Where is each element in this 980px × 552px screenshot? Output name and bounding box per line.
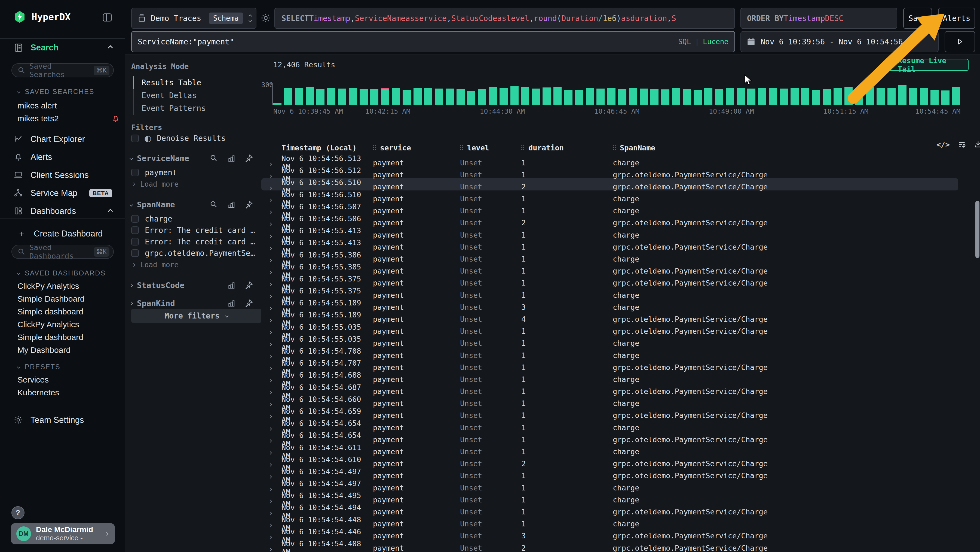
- expand-row-icon[interactable]: [269, 483, 282, 492]
- saved-dashboard-item[interactable]: ClickPy Analytics: [18, 318, 85, 331]
- saved-dashboards-header[interactable]: SAVED DASHBOARDS: [18, 269, 106, 277]
- alerts-button[interactable]: Alerts: [938, 8, 975, 29]
- chart-icon[interactable]: [227, 299, 236, 308]
- search-icon[interactable]: [210, 154, 218, 163]
- saved-searches-header[interactable]: SAVED SEARCHES: [18, 88, 94, 96]
- wrap-lines-icon[interactable]: [958, 140, 966, 149]
- language-toggle-lucene[interactable]: Lucene: [703, 38, 729, 46]
- chart-icon[interactable]: [227, 154, 236, 163]
- table-row[interactable]: Nov 6 10:54:56.510 AMpaymentUnset2grpc.o…: [261, 178, 958, 190]
- table-row[interactable]: Nov 6 10:54:56.513 AMpaymentUnset1charge: [261, 154, 958, 166]
- save-button[interactable]: Save: [903, 8, 932, 29]
- expand-row-icon[interactable]: [269, 399, 282, 408]
- table-row[interactable]: Nov 6 10:54:54.446 AMpaymentUnset3grpc.o…: [261, 528, 958, 539]
- table-row[interactable]: Nov 6 10:54:54.495 AMpaymentUnset1charge: [261, 491, 958, 503]
- results-histogram[interactable]: [273, 85, 960, 105]
- analysis-mode-event-patterns[interactable]: Event Patterns: [142, 102, 206, 115]
- load-more-button[interactable]: Load more: [125, 259, 261, 271]
- more-filters-button[interactable]: More filters: [131, 309, 261, 323]
- table-row[interactable]: Nov 6 10:54:54.688 AMpaymentUnset1charge: [261, 371, 958, 383]
- sidebar-item-dashboards[interactable]: Dashboards: [0, 204, 125, 219]
- scrollbar-thumb[interactable]: [975, 201, 980, 258]
- pin-icon[interactable]: [245, 299, 253, 308]
- sidebar-item-client-sessions[interactable]: Client Sessions: [0, 168, 125, 182]
- saved-dashboard-item[interactable]: My Dashboard: [18, 343, 85, 356]
- pin-icon[interactable]: [245, 200, 253, 209]
- saved-searches-input[interactable]: Saved Searches ⌘K: [11, 63, 114, 77]
- filter-group-header-servicename[interactable]: ServiceName: [125, 150, 261, 167]
- table-row[interactable]: Nov 6 10:54:54.497 AMpaymentUnset1charge: [261, 479, 958, 491]
- table-row[interactable]: Nov 6 10:54:54.660 AMpaymentUnset1charge: [261, 395, 958, 407]
- expand-row-icon[interactable]: [269, 231, 282, 239]
- column-grip-icon[interactable]: [373, 145, 376, 150]
- column-grip-icon[interactable]: [613, 145, 616, 150]
- table-row[interactable]: Nov 6 10:54:54.610 AMpaymentUnset2grpc.o…: [261, 455, 958, 467]
- run-query-button[interactable]: [945, 31, 975, 52]
- filter-option[interactable]: payment: [125, 167, 261, 178]
- filter-option[interactable]: Error: The credit card …: [125, 225, 261, 236]
- expand-row-icon[interactable]: [269, 243, 282, 251]
- saved-search-item[interactable]: mikes tets2: [18, 112, 125, 125]
- chart-icon[interactable]: [227, 200, 236, 209]
- chevron-up-icon[interactable]: [108, 45, 113, 50]
- table-row[interactable]: Nov 6 10:54:55.413 AMpaymentUnset1charge: [261, 227, 958, 238]
- expand-row-icon[interactable]: [269, 339, 282, 348]
- sidebar-item-chart-explorer[interactable]: Chart Explorer: [0, 132, 125, 146]
- chart-icon[interactable]: [227, 281, 236, 290]
- chevron-up-icon[interactable]: [108, 209, 113, 214]
- expand-row-icon[interactable]: [269, 303, 282, 311]
- table-row[interactable]: Nov 6 10:54:55.189 AMpaymentUnset4grpc.o…: [261, 311, 958, 322]
- table-row[interactable]: Nov 6 10:54:54.408 AMpaymentUnset2grpc.o…: [261, 539, 958, 552]
- expand-row-icon[interactable]: [269, 363, 282, 372]
- saved-dashboards-input[interactable]: Saved Dashboards ⌘K: [11, 245, 114, 259]
- filter-checkbox[interactable]: [131, 238, 139, 246]
- source-settings-gear-icon[interactable]: [260, 13, 271, 24]
- expand-row-icon[interactable]: [269, 436, 282, 444]
- table-row[interactable]: Nov 6 10:54:55.386 AMpaymentUnset1charge: [261, 250, 958, 263]
- expand-row-icon[interactable]: [269, 291, 282, 300]
- table-row[interactable]: Nov 6 10:54:56.506 AMpaymentUnset2grpc.o…: [261, 214, 958, 227]
- column-header-service[interactable]: service: [373, 144, 460, 152]
- preset-item[interactable]: Kubernetes: [18, 386, 59, 399]
- expand-row-icon[interactable]: [269, 279, 282, 287]
- table-row[interactable]: Nov 6 10:54:54.654 AMpaymentUnset1grpc.o…: [261, 431, 958, 443]
- filter-option[interactable]: grpc.oteldemo.PaymentSe…: [125, 247, 261, 259]
- user-menu[interactable]: DM Dale McDiarmid demo-service -: [11, 523, 115, 544]
- column-header-duration[interactable]: duration: [521, 144, 613, 152]
- load-more-button[interactable]: Load more: [125, 178, 261, 190]
- column-grip-icon[interactable]: [521, 145, 525, 150]
- table-row[interactable]: Nov 6 10:54:55.189 AMpaymentUnset3charge: [261, 298, 958, 311]
- table-row[interactable]: Nov 6 10:54:54.708 AMpaymentUnset1charge: [261, 347, 958, 359]
- sql-select-editor[interactable]: SELECT Timestamp, ServiceName as service…: [274, 8, 735, 29]
- expand-row-icon[interactable]: [269, 219, 282, 227]
- filter-group-header-statuscode[interactable]: StatusCode: [125, 277, 261, 294]
- table-row[interactable]: Nov 6 10:54:54.497 AMpaymentUnset1grpc.o…: [261, 467, 958, 479]
- table-row[interactable]: Nov 6 10:54:55.035 AMpaymentUnset1charge: [261, 335, 958, 347]
- filter-checkbox[interactable]: [131, 169, 139, 176]
- expand-row-icon[interactable]: [269, 531, 282, 540]
- expand-row-icon[interactable]: [269, 387, 282, 396]
- time-range-picker[interactable]: Nov 6 10:39:56 - Nov 6 10:54:56: [740, 31, 939, 52]
- table-row[interactable]: Nov 6 10:54:56.507 AMpaymentUnset1charge: [261, 203, 958, 214]
- expand-row-icon[interactable]: [269, 171, 282, 179]
- expand-row-icon[interactable]: [269, 375, 282, 384]
- pin-icon[interactable]: [245, 281, 253, 290]
- expand-row-icon[interactable]: [269, 183, 282, 191]
- sidebar-item-service-map[interactable]: Service MapBETA: [0, 187, 125, 200]
- denoise-checkbox[interactable]: [131, 135, 139, 142]
- expand-row-icon[interactable]: [269, 507, 282, 516]
- column-header-timestamp-local-[interactable]: Timestamp (Local): [282, 144, 373, 152]
- analysis-mode-results-table[interactable]: Results Table: [142, 76, 206, 89]
- table-row[interactable]: Nov 6 10:54:56.512 AMpaymentUnset1grpc.o…: [261, 166, 958, 178]
- filter-group-header-spanname[interactable]: SpanName: [125, 196, 261, 213]
- saved-dashboard-item[interactable]: Simple dashboard: [18, 305, 85, 318]
- expand-row-icon[interactable]: [269, 255, 282, 263]
- saved-dashboard-item[interactable]: Simple Dashboard: [18, 292, 85, 305]
- expand-row-icon[interactable]: [269, 351, 282, 360]
- table-row[interactable]: Nov 6 10:54:55.375 AMpaymentUnset1grpc.o…: [261, 274, 958, 287]
- table-row[interactable]: Nov 6 10:54:56.510 AMpaymentUnset1charge: [261, 190, 958, 203]
- table-row[interactable]: Nov 6 10:54:55.385 AMpaymentUnset1grpc.o…: [261, 263, 958, 274]
- pin-icon[interactable]: [245, 154, 253, 163]
- sidebar-item-team-settings[interactable]: Team Settings: [0, 413, 84, 427]
- expand-row-icon[interactable]: [269, 206, 282, 215]
